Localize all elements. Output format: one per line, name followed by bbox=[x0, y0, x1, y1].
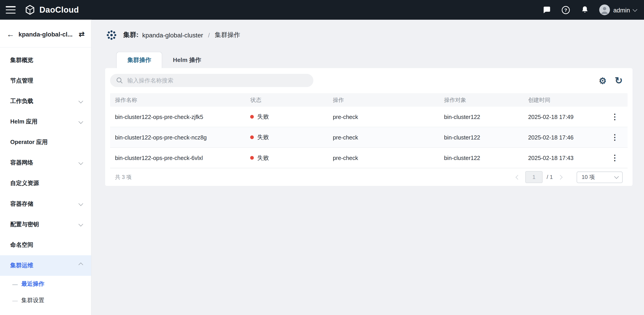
page-size-value: 10 项 bbox=[582, 174, 595, 181]
tab-bar: 集群操作 Helm 操作 bbox=[105, 52, 632, 68]
chevron-left-icon bbox=[516, 175, 520, 180]
sidebar-item-label: 配置与密钥 bbox=[10, 221, 39, 228]
chevron-down-icon bbox=[78, 99, 83, 103]
sidebar-item-container-network[interactable]: 容器网络 bbox=[0, 153, 91, 173]
operation-target: bin-cluster122 bbox=[444, 114, 528, 120]
created-time: 2025-02-18 17:46 bbox=[528, 134, 606, 141]
sidebar-item-operator-apps[interactable]: Operator 应用 bbox=[0, 132, 91, 153]
pagination: / 1 10 项 bbox=[514, 171, 622, 183]
sidebar-item-helm-apps[interactable]: Helm 应用 bbox=[0, 111, 91, 132]
status-dot-failed bbox=[250, 135, 254, 139]
next-page-button[interactable] bbox=[557, 174, 564, 180]
sidebar-cluster-header: ← kpanda-global-cl... ⇄ bbox=[0, 19, 91, 47]
prev-page-button[interactable] bbox=[514, 174, 521, 180]
page-total: / 1 bbox=[546, 174, 553, 180]
chevron-down-icon bbox=[614, 174, 619, 179]
breadcrumb-cluster-name[interactable]: kpanda-global-cluster bbox=[142, 31, 203, 39]
avatar bbox=[599, 4, 610, 15]
user-menu[interactable]: admin bbox=[599, 4, 636, 15]
operation-type: pre-check bbox=[333, 114, 444, 120]
subitem-bullet: — bbox=[12, 281, 18, 287]
menu-toggle-button[interactable] bbox=[6, 6, 16, 13]
operation-type: pre-check bbox=[333, 155, 444, 161]
main-content: 集群: kpanda-global-cluster / 集群操作 集群操作 He… bbox=[92, 19, 644, 315]
chevron-up-icon bbox=[78, 263, 83, 267]
svg-text:?: ? bbox=[564, 7, 567, 12]
messages-button[interactable] bbox=[542, 5, 551, 14]
operation-name: bin-cluster122-ops-pre-check-ncz8g bbox=[115, 134, 250, 141]
column-header-status: 状态 bbox=[250, 96, 333, 104]
sidebar-subitem-cluster-settings[interactable]: — 集群设置 bbox=[0, 292, 91, 309]
sidebar-item-label: 集群概览 bbox=[10, 56, 33, 64]
sidebar-item-node-management[interactable]: 节点管理 bbox=[0, 70, 91, 91]
chat-icon bbox=[542, 5, 551, 14]
kebab-icon: ⋮ bbox=[611, 133, 619, 141]
column-header-created: 创建时间 bbox=[528, 96, 606, 104]
sidebar-item-custom-resources[interactable]: 自定义资源 bbox=[0, 173, 91, 194]
tab-cluster-operations[interactable]: 集群操作 bbox=[116, 52, 162, 68]
sidebar-item-workloads[interactable]: 工作负载 bbox=[0, 91, 91, 111]
refresh-button[interactable]: ↻ bbox=[615, 76, 622, 85]
breadcrumb-current: 集群操作 bbox=[215, 31, 240, 39]
switch-cluster-icon[interactable]: ⇄ bbox=[79, 31, 84, 38]
created-time: 2025-02-18 17:43 bbox=[528, 155, 606, 161]
sidebar-cluster-name: kpanda-global-cl... bbox=[18, 31, 75, 38]
sidebar-item-cluster-ops[interactable]: 集群运维 bbox=[0, 255, 91, 276]
cluster-dots-icon bbox=[105, 29, 118, 41]
breadcrumb: 集群: kpanda-global-cluster / 集群操作 bbox=[105, 29, 632, 41]
search-icon bbox=[116, 77, 123, 84]
sidebar-item-label: 节点管理 bbox=[10, 77, 33, 84]
table-toolbar: ⚙ ↻ bbox=[110, 74, 628, 87]
topbar: DaoCloud ? bbox=[0, 0, 644, 19]
column-settings-button[interactable]: ⚙ bbox=[599, 76, 606, 85]
created-time: 2025-02-18 17:49 bbox=[528, 114, 606, 120]
username: admin bbox=[613, 6, 630, 13]
sidebar-subitem-label: 最近操作 bbox=[22, 280, 44, 288]
breadcrumb-separator: / bbox=[207, 31, 211, 39]
table-row: bin-cluster122-ops-pre-check-ncz8g 失败 pr… bbox=[110, 127, 628, 148]
operations-table: 操作名称 状态 操作 操作对象 创建时间 bin-cluster122-ops-… bbox=[110, 93, 628, 168]
sidebar-item-config-secrets[interactable]: 配置与密钥 bbox=[0, 214, 91, 235]
sidebar-item-container-storage[interactable]: 容器存储 bbox=[0, 194, 91, 214]
back-arrow-icon[interactable]: ← bbox=[6, 30, 14, 38]
notifications-button[interactable] bbox=[580, 5, 590, 14]
table-footer: 共 3 项 / 1 10 项 bbox=[110, 168, 628, 186]
sidebar-item-namespaces[interactable]: 命名空间 bbox=[0, 235, 91, 255]
brand[interactable]: DaoCloud bbox=[24, 4, 79, 15]
search-input[interactable] bbox=[126, 77, 308, 84]
total-count: 共 3 项 bbox=[115, 174, 132, 181]
sidebar-subitem-recent-operations[interactable]: — 最近操作 bbox=[0, 276, 91, 292]
table-header: 操作名称 状态 操作 操作对象 创建时间 bbox=[110, 93, 628, 107]
operation-name: bin-cluster122-ops-pre-check-6vlxl bbox=[115, 155, 250, 161]
table-body: bin-cluster122-ops-pre-check-zjfk5 失败 pr… bbox=[110, 107, 628, 168]
search-box bbox=[110, 74, 314, 87]
subitem-bullet: — bbox=[12, 298, 18, 304]
operation-type: pre-check bbox=[333, 134, 444, 141]
daocloud-logo-icon bbox=[24, 4, 35, 15]
sidebar-item-label: 自定义资源 bbox=[10, 180, 39, 187]
page-input[interactable] bbox=[526, 171, 543, 183]
help-button[interactable]: ? bbox=[561, 5, 570, 15]
sidebar-item-cluster-overview[interactable]: 集群概览 bbox=[0, 50, 91, 70]
status-text: 失败 bbox=[257, 113, 269, 121]
help-icon: ? bbox=[561, 5, 570, 15]
row-actions-button[interactable]: ⋮ bbox=[608, 152, 622, 163]
sidebar: ← kpanda-global-cl... ⇄ 集群概览 节点管理 工作负载 H… bbox=[0, 19, 92, 315]
sidebar-item-label: 容器存储 bbox=[10, 200, 33, 208]
gear-icon: ⚙ bbox=[599, 76, 606, 85]
chevron-down-icon bbox=[633, 7, 638, 12]
status-dot-failed bbox=[250, 156, 254, 160]
sidebar-subitem-label: 集群设置 bbox=[22, 297, 44, 304]
chevron-down-icon bbox=[78, 119, 83, 123]
tab-helm-operations[interactable]: Helm 操作 bbox=[162, 52, 212, 68]
sidebar-item-label: Operator 应用 bbox=[10, 139, 48, 146]
kebab-icon: ⋮ bbox=[611, 112, 619, 121]
page-size-select[interactable]: 10 项 bbox=[576, 171, 622, 183]
chevron-down-icon bbox=[78, 201, 83, 206]
row-actions-button[interactable]: ⋮ bbox=[608, 132, 622, 143]
chevron-right-icon bbox=[558, 175, 562, 180]
row-actions-button[interactable]: ⋮ bbox=[608, 111, 622, 122]
refresh-icon: ↻ bbox=[615, 75, 622, 85]
status-text: 失败 bbox=[257, 154, 269, 162]
status-dot-failed bbox=[250, 115, 254, 118]
